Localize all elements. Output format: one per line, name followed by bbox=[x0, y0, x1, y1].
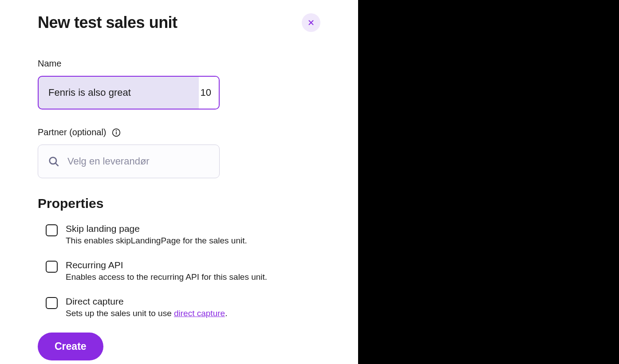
close-icon bbox=[307, 19, 315, 27]
new-sales-unit-panel: New test sales unit Name 10 Partner (opt… bbox=[0, 0, 358, 364]
name-input[interactable] bbox=[38, 76, 220, 110]
name-input-wrapper: 10 bbox=[38, 76, 220, 110]
partner-input-wrapper[interactable] bbox=[38, 145, 220, 178]
create-button[interactable]: Create bbox=[38, 333, 103, 360]
checkbox-description: Sets up the sales unit to use direct cap… bbox=[66, 309, 320, 318]
direct-capture-link[interactable]: direct capture bbox=[174, 309, 225, 318]
checkbox-content: Recurring API Enables access to the recu… bbox=[66, 260, 320, 282]
checkbox-label: Skip landing page bbox=[66, 223, 320, 234]
name-field-group: Name 10 bbox=[38, 59, 320, 110]
checkbox-description: This enables skipLandingPage for the sal… bbox=[66, 236, 320, 246]
svg-line-6 bbox=[55, 163, 58, 166]
checkbox-direct-capture: Direct capture Sets up the sales unit to… bbox=[38, 296, 320, 318]
panel-header: New test sales unit bbox=[38, 13, 320, 32]
checkbox-input-skip-landing[interactable] bbox=[46, 224, 58, 236]
close-button[interactable] bbox=[302, 13, 320, 32]
search-icon bbox=[48, 156, 59, 167]
panel-title: New test sales unit bbox=[38, 13, 177, 32]
name-label: Name bbox=[38, 59, 320, 69]
checkbox-input-recurring-api[interactable] bbox=[46, 261, 58, 273]
checkbox-recurring-api: Recurring API Enables access to the recu… bbox=[38, 260, 320, 282]
desc-suffix: . bbox=[225, 309, 227, 318]
partner-input[interactable] bbox=[67, 156, 209, 167]
svg-point-4 bbox=[116, 130, 116, 131]
checkbox-skip-landing-page: Skip landing page This enables skipLandi… bbox=[38, 223, 320, 246]
checkbox-content: Direct capture Sets up the sales unit to… bbox=[66, 296, 320, 318]
checkbox-content: Skip landing page This enables skipLandi… bbox=[66, 223, 320, 246]
partner-label-text: Partner (optional) bbox=[38, 127, 106, 137]
partner-label: Partner (optional) bbox=[38, 127, 320, 137]
checkbox-label: Recurring API bbox=[66, 260, 320, 270]
info-icon[interactable] bbox=[112, 128, 121, 137]
checkbox-description: Enables access to the recurring API for … bbox=[66, 272, 320, 282]
properties-section-title: Properties bbox=[38, 196, 320, 211]
desc-prefix: Sets up the sales unit to use bbox=[66, 309, 174, 318]
checkbox-label: Direct capture bbox=[66, 296, 320, 307]
partner-field-group: Partner (optional) bbox=[38, 127, 320, 178]
checkbox-input-direct-capture[interactable] bbox=[46, 297, 58, 309]
